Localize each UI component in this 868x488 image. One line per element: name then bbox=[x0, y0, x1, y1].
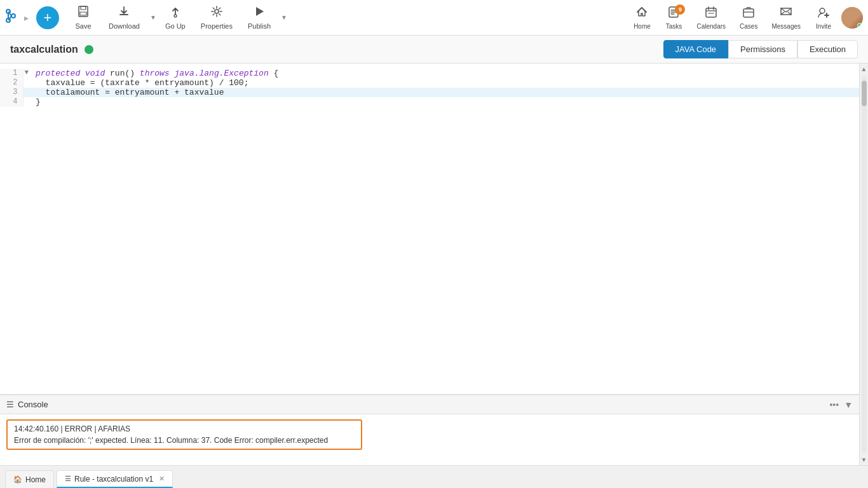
svg-marker-11 bbox=[256, 7, 264, 16]
fold-arrow bbox=[23, 97, 33, 107]
cases-nav-label: Cases bbox=[740, 23, 757, 30]
tab-permissions[interactable]: Permissions bbox=[728, 40, 797, 58]
scroll-down-arrow[interactable]: ▼ bbox=[859, 454, 868, 465]
tasks-nav-label: Tasks bbox=[666, 23, 682, 30]
page-title: taxcalculation bbox=[10, 44, 78, 55]
tab-close-btn[interactable]: ✕ bbox=[159, 475, 165, 483]
scroll-up-arrow[interactable]: ▲ bbox=[859, 64, 868, 74]
tab-rule-label: Rule - taxcalculation v1 bbox=[74, 475, 153, 484]
messages-nav-label: Messages bbox=[771, 23, 801, 30]
console-error-line2: Error de compilación: ';' expected. Líne… bbox=[14, 436, 355, 445]
properties-toolbar-item[interactable]: Properties bbox=[194, 3, 239, 32]
code-text: } bbox=[33, 97, 859, 107]
scrollbar-right[interactable]: ▲ ▼ bbox=[859, 64, 868, 465]
console-panel: ☰ Console ••• ▼ 14:42:40.160 | ERROR | A… bbox=[0, 394, 859, 465]
table-row: 3 totalamount = entryamount + taxvalue bbox=[0, 88, 859, 97]
logo-area: ▸ bbox=[5, 8, 29, 28]
publish-icon bbox=[253, 5, 266, 21]
console-icon: ☰ bbox=[6, 400, 14, 409]
download-label: Download bbox=[109, 22, 140, 30]
svg-point-10 bbox=[215, 10, 219, 13]
rule-tab-icon: ☰ bbox=[65, 475, 71, 483]
console-error-box: 14:42:40.160 | ERROR | AFARIAS Error de … bbox=[6, 419, 362, 450]
toolbar: ▸ + Save Download ▼ Go Up bbox=[0, 0, 868, 36]
tasks-nav-btn[interactable]: 9 9 Tasks bbox=[660, 3, 688, 32]
line-number: 3 bbox=[0, 88, 23, 97]
home-tab-icon: 🏠 bbox=[13, 475, 22, 484]
nav-forward-icon[interactable]: ▸ bbox=[24, 13, 29, 23]
publish-toolbar-item[interactable]: Publish bbox=[241, 3, 277, 32]
svg-point-16 bbox=[709, 13, 710, 14]
code-table: 1▼protected void run() throws java.lang.… bbox=[0, 69, 859, 107]
console-collapse-btn[interactable]: ▼ bbox=[844, 400, 853, 410]
publish-dropdown-icon[interactable]: ▼ bbox=[281, 14, 287, 21]
right-nav: Home 9 9 Tasks bbox=[628, 3, 863, 32]
properties-icon bbox=[210, 5, 223, 21]
goup-icon bbox=[169, 5, 182, 21]
online-indicator bbox=[857, 23, 862, 28]
tab-home-label: Home bbox=[25, 475, 46, 484]
download-toolbar-item[interactable]: Download bbox=[102, 3, 146, 32]
line-number: 1 bbox=[0, 69, 23, 78]
svg-rect-8 bbox=[80, 12, 86, 15]
code-text: totalamount = entryamount + taxvalue bbox=[33, 88, 859, 97]
scroll-track bbox=[862, 76, 867, 453]
editor-content: 1▼protected void run() throws java.lang.… bbox=[0, 64, 859, 465]
fold-arrow bbox=[23, 78, 33, 88]
code-editor[interactable]: 1▼protected void run() throws java.lang.… bbox=[0, 64, 859, 394]
invite-nav-btn[interactable]: Invite bbox=[810, 3, 837, 32]
invite-nav-label: Invite bbox=[816, 23, 831, 30]
svg-rect-19 bbox=[743, 9, 754, 17]
editor-scrollable: 1▼protected void run() throws java.lang.… bbox=[0, 64, 868, 465]
calendars-icon bbox=[705, 6, 717, 22]
save-toolbar-item[interactable]: Save bbox=[67, 3, 100, 32]
fold-arrow[interactable]: ▼ bbox=[23, 69, 33, 78]
line-number: 4 bbox=[0, 97, 23, 107]
messages-icon bbox=[780, 6, 792, 22]
svg-point-9 bbox=[174, 15, 177, 17]
svg-point-18 bbox=[712, 13, 714, 14]
svg-point-17 bbox=[710, 13, 712, 14]
logo-icon bbox=[5, 8, 22, 28]
publish-label: Publish bbox=[248, 22, 271, 30]
svg-point-1 bbox=[11, 14, 15, 18]
properties-label: Properties bbox=[201, 22, 233, 30]
cases-nav-btn[interactable]: Cases bbox=[735, 3, 763, 32]
save-icon bbox=[77, 5, 90, 21]
calendars-nav-btn[interactable]: Calendars bbox=[691, 3, 731, 32]
save-label: Save bbox=[75, 22, 91, 30]
tasks-badge: 9 bbox=[675, 4, 685, 15]
invite-icon bbox=[817, 6, 830, 22]
scroll-thumb[interactable] bbox=[862, 81, 867, 106]
page-header: taxcalculation JAVA Code Permissions Exe… bbox=[0, 36, 868, 64]
goup-toolbar-item[interactable]: Go Up bbox=[159, 3, 192, 32]
table-row: 4} bbox=[0, 97, 859, 107]
table-row: 1▼protected void run() throws java.lang.… bbox=[0, 69, 859, 78]
home-icon bbox=[635, 6, 648, 22]
main-area: taxcalculation JAVA Code Permissions Exe… bbox=[0, 36, 868, 465]
console-error-line1: 14:42:40.160 | ERROR | AFARIAS bbox=[14, 424, 355, 433]
tab-java-code[interactable]: JAVA Code bbox=[663, 40, 729, 58]
tab-buttons: JAVA Code Permissions Execution bbox=[663, 40, 858, 58]
download-dropdown-icon[interactable]: ▼ bbox=[150, 14, 156, 21]
home-nav-btn[interactable]: Home bbox=[628, 3, 656, 32]
console-title: Console bbox=[18, 400, 48, 409]
tab-home[interactable]: 🏠 Home bbox=[5, 470, 54, 488]
svg-point-20 bbox=[820, 8, 825, 13]
table-row: 2 taxvalue = (taxrate * entryamount) / 1… bbox=[0, 78, 859, 88]
console-actions: ••• ▼ bbox=[829, 400, 853, 410]
fold-arrow bbox=[23, 88, 33, 97]
messages-nav-btn[interactable]: Messages bbox=[766, 3, 806, 32]
cases-icon bbox=[742, 6, 755, 22]
download-icon bbox=[118, 5, 130, 21]
tab-rule[interactable]: ☰ Rule - taxcalculation v1 ✕ bbox=[57, 470, 173, 488]
code-text: protected void run() throws java.lang.Ex… bbox=[33, 69, 859, 78]
console-dots-btn[interactable]: ••• bbox=[829, 400, 839, 410]
home-nav-label: Home bbox=[634, 23, 651, 30]
status-badge bbox=[85, 45, 93, 54]
avatar[interactable] bbox=[841, 7, 863, 29]
add-button[interactable]: + bbox=[36, 6, 59, 29]
tab-execution[interactable]: Execution bbox=[797, 40, 858, 58]
goup-label: Go Up bbox=[165, 22, 186, 30]
code-text: taxvalue = (taxrate * entryamount) / 100… bbox=[33, 78, 859, 88]
